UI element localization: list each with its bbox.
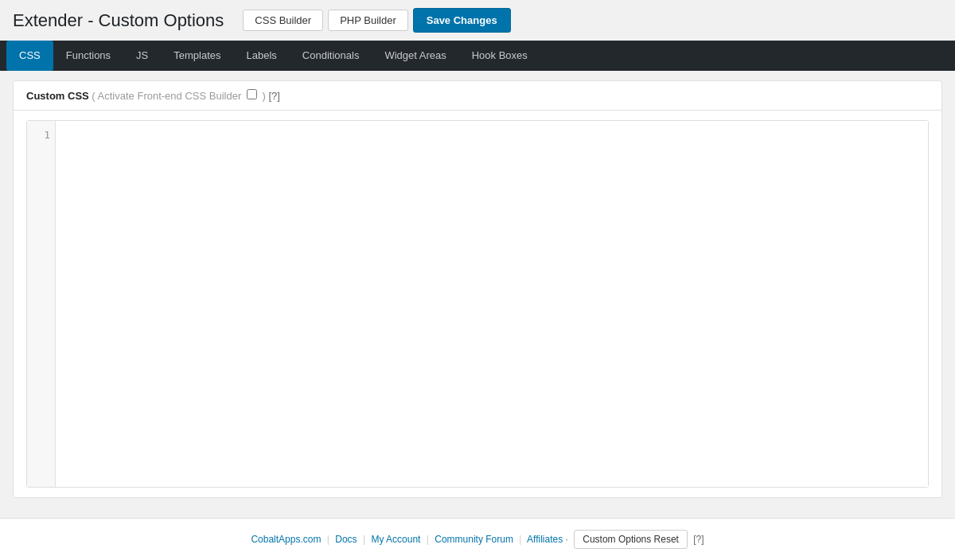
line-numbers: 1	[27, 121, 56, 487]
activate-label: ( Activate Front-end CSS Builder )	[92, 90, 268, 102]
section-help-link[interactable]: [?]	[268, 90, 279, 102]
footer-link-community-forum[interactable]: Community Forum	[435, 534, 513, 545]
css-code-editor[interactable]	[56, 121, 928, 487]
header-buttons: CSS Builder PHP Builder Save Changes	[243, 8, 510, 33]
tab-conditionals[interactable]: Conditionals	[290, 41, 372, 71]
line-number-1: 1	[44, 129, 50, 141]
section-title: Custom CSS	[26, 90, 89, 102]
tab-functions[interactable]: Functions	[53, 41, 123, 71]
footer-link-docs[interactable]: Docs	[335, 534, 357, 545]
save-changes-button[interactable]: Save Changes	[413, 8, 511, 33]
footer-link-affiliates[interactable]: Affiliates	[527, 534, 563, 545]
page-header: Extender - Custom Options CSS Builder PH…	[0, 0, 955, 41]
separator-2: |	[363, 534, 365, 545]
nav-bar: CSS Functions JS Templates Labels Condit…	[0, 41, 955, 71]
css-section-box: Custom CSS ( Activate Front-end CSS Buil…	[13, 80, 942, 498]
footer-link-cobaltapps[interactable]: CobaltApps.com	[251, 534, 321, 545]
page-title: Extender - Custom Options	[13, 10, 224, 31]
separator-3: |	[427, 534, 429, 545]
css-builder-button[interactable]: CSS Builder	[243, 10, 323, 31]
separator-1: |	[327, 534, 329, 545]
tab-js[interactable]: JS	[123, 41, 161, 71]
editor-wrapper: 1	[26, 120, 929, 488]
tab-css[interactable]: CSS	[6, 41, 53, 71]
footer-help-link[interactable]: [?]	[693, 534, 704, 545]
section-header: Custom CSS ( Activate Front-end CSS Buil…	[14, 81, 941, 111]
custom-options-reset-button[interactable]: Custom Options Reset	[574, 530, 688, 549]
tab-hook-boxes[interactable]: Hook Boxes	[459, 41, 540, 71]
tab-labels[interactable]: Labels	[234, 41, 290, 71]
footer-link-my-account[interactable]: My Account	[371, 534, 420, 545]
separator-4: |	[519, 534, 521, 545]
php-builder-button[interactable]: PHP Builder	[328, 10, 408, 31]
tab-widget-areas[interactable]: Widget Areas	[372, 41, 458, 71]
footer-dash: ·	[566, 534, 571, 545]
activate-frontend-css-checkbox[interactable]	[247, 89, 257, 99]
main-content: Custom CSS ( Activate Front-end CSS Buil…	[0, 71, 955, 517]
tab-templates[interactable]: Templates	[161, 41, 233, 71]
content-area: Custom CSS ( Activate Front-end CSS Buil…	[0, 71, 955, 517]
page-footer: CobaltApps.com | Docs | My Account | Com…	[0, 518, 955, 557]
